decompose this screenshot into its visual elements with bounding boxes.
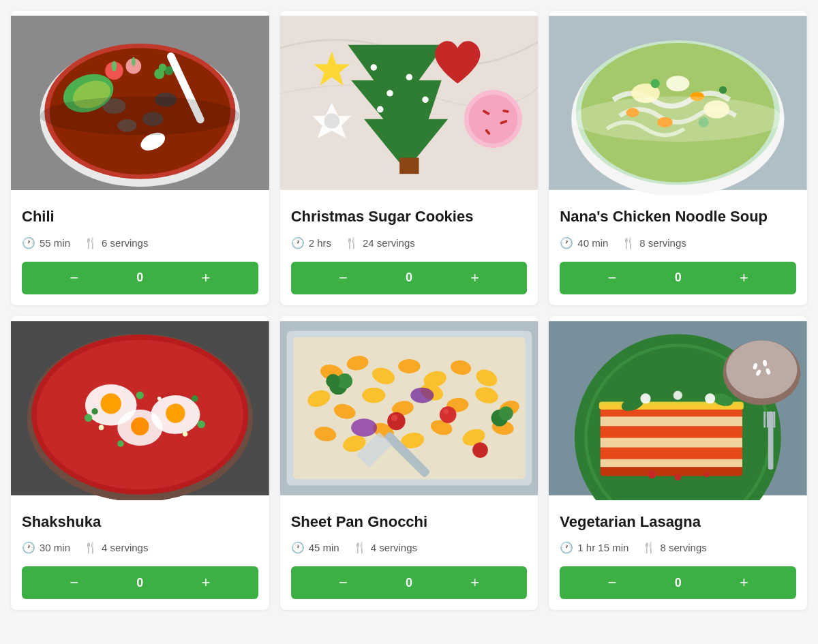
decrement-gnocchi[interactable]: − (291, 566, 395, 599)
svg-point-50 (719, 86, 727, 93)
svg-point-105 (391, 414, 397, 420)
increment-shakshuka[interactable]: + (153, 566, 258, 599)
servings-label-lasagna: 8 servings (660, 542, 706, 553)
time-label-soup: 40 min (577, 237, 608, 249)
svg-point-104 (387, 412, 406, 430)
meta-servings-cookies: 🍴 24 servings (345, 236, 415, 249)
stepper-value-lasagna: 0 (665, 576, 692, 590)
svg-rect-142 (770, 411, 772, 427)
utensils-icon-cookies: 🍴 (345, 236, 359, 249)
svg-point-137 (673, 390, 682, 399)
svg-rect-125 (601, 416, 742, 426)
card-image-lasagna (549, 316, 807, 500)
card-meta-shakshuka: 🕐 30 min 🍴 4 servings (22, 541, 258, 554)
stepper-lasagna: − 0 + (560, 566, 796, 599)
utensils-icon-gnocchi: 🍴 (353, 541, 367, 554)
svg-point-110 (410, 387, 434, 403)
stepper-soup: − 0 + (560, 262, 796, 294)
svg-point-14 (132, 57, 136, 66)
card-body-chili: Chili 🕐 55 min 🍴 6 servings − 0 + (11, 195, 269, 305)
svg-rect-129 (601, 459, 742, 466)
decrement-soup[interactable]: − (560, 262, 664, 294)
card-body-cookies: Christmas Sugar Cookies 🕐 2 hrs 🍴 24 ser… (280, 195, 539, 305)
card-title-chili: Chili (22, 207, 258, 227)
card-meta-gnocchi: 🕐 45 min 🍴 4 servings (291, 541, 528, 554)
svg-point-108 (472, 442, 488, 458)
svg-point-72 (157, 397, 162, 401)
svg-point-26 (422, 97, 428, 103)
time-label-shakshuka: 30 min (40, 542, 70, 553)
utensils-icon: 🍴 (84, 236, 97, 249)
clock-icon: 🕐 (22, 236, 35, 249)
increment-cookies[interactable]: + (423, 262, 527, 294)
stepper-value-gnocchi: 0 (395, 576, 423, 590)
svg-point-106 (439, 406, 456, 423)
svg-point-27 (377, 106, 383, 112)
card-meta-cookies: 🕐 2 hrs 🍴 24 servings (291, 236, 528, 249)
svg-point-60 (101, 393, 121, 414)
svg-point-12 (112, 61, 117, 71)
svg-point-64 (131, 417, 149, 435)
svg-rect-143 (774, 411, 776, 427)
card-title-shakshuka: Shakshuka (22, 512, 258, 532)
svg-rect-127 (601, 438, 742, 447)
svg-point-107 (443, 409, 449, 414)
svg-point-80 (398, 359, 420, 373)
svg-point-17 (159, 63, 166, 71)
increment-chili[interactable]: + (153, 262, 258, 294)
card-meta-lasagna: 🕐 1 hr 15 min 🍴 8 servings (560, 541, 796, 554)
svg-point-25 (406, 74, 412, 80)
card-meta-chili: 🕐 55 min 🍴 6 servings (22, 236, 258, 249)
decrement-lasagna[interactable]: − (560, 566, 664, 599)
increment-lasagna[interactable]: + (692, 566, 796, 599)
stepper-gnocchi: − 0 + (291, 566, 528, 599)
servings-label-chili: 6 servings (102, 237, 148, 249)
servings-label-shakshuka: 4 servings (102, 542, 148, 553)
meta-time-soup: 🕐 40 min (560, 236, 608, 249)
meta-time-cookies: 🕐 2 hrs (291, 236, 331, 249)
card-title-cookies: Christmas Sugar Cookies (291, 207, 528, 227)
svg-point-109 (351, 418, 377, 437)
utensils-icon-soup: 🍴 (622, 236, 635, 249)
svg-point-73 (183, 431, 188, 437)
servings-label-cookies: 24 servings (363, 237, 415, 249)
stepper-value-cookies: 0 (395, 271, 423, 285)
time-label-cookies: 2 hrs (309, 237, 331, 249)
increment-gnocchi[interactable]: + (423, 566, 527, 599)
decrement-cookies[interactable]: − (291, 262, 395, 294)
svg-point-101 (326, 373, 340, 388)
card-body-gnocchi: Sheet Pan Gnocchi 🕐 45 min 🍴 4 servings … (280, 500, 539, 611)
card-chili: Chili 🕐 55 min 🍴 6 servings − 0 + (11, 11, 269, 305)
svg-point-69 (198, 420, 205, 428)
clock-icon-gnocchi: 🕐 (291, 541, 305, 554)
svg-rect-126 (601, 426, 742, 438)
svg-point-131 (648, 470, 656, 478)
card-title-soup: Nana's Chicken Noodle Soup (560, 207, 796, 227)
clock-icon-cookies: 🕐 (291, 236, 305, 249)
decrement-shakshuka[interactable]: − (22, 566, 126, 599)
meta-time-shakshuka: 🕐 30 min (22, 541, 70, 554)
svg-point-32 (324, 113, 339, 129)
svg-point-62 (166, 403, 185, 423)
card-gnocchi: Sheet Pan Gnocchi 🕐 45 min 🍴 4 servings … (280, 316, 539, 611)
increment-soup[interactable]: + (692, 262, 796, 294)
stepper-value-chili: 0 (126, 271, 153, 285)
recipe-grid: Chili 🕐 55 min 🍴 6 servings − 0 + (11, 11, 807, 610)
servings-label-gnocchi: 4 servings (371, 542, 417, 553)
card-title-gnocchi: Sheet Pan Gnocchi (291, 512, 528, 532)
utensils-icon-shakshuka: 🍴 (84, 541, 97, 554)
stepper-shakshuka: − 0 + (22, 566, 258, 599)
svg-point-67 (136, 391, 144, 399)
svg-point-20 (40, 97, 240, 136)
decrement-chili[interactable]: − (22, 262, 126, 294)
card-lasagna: Vegetarian Lasagna 🕐 1 hr 15 min 🍴 8 ser… (549, 316, 807, 611)
stepper-value-soup: 0 (665, 271, 692, 285)
card-body-soup: Nana's Chicken Noodle Soup 🕐 40 min 🍴 8 … (549, 195, 807, 305)
time-label-lasagna: 1 hr 15 min (577, 542, 628, 553)
meta-servings-chili: 🍴 6 servings (84, 236, 148, 249)
card-meta-soup: 🕐 40 min 🍴 8 servings (560, 236, 796, 249)
meta-servings-shakshuka: 🍴 4 servings (84, 541, 148, 554)
svg-point-49 (651, 79, 660, 88)
servings-label-soup: 8 servings (639, 237, 686, 249)
card-image-gnocchi (280, 316, 539, 500)
